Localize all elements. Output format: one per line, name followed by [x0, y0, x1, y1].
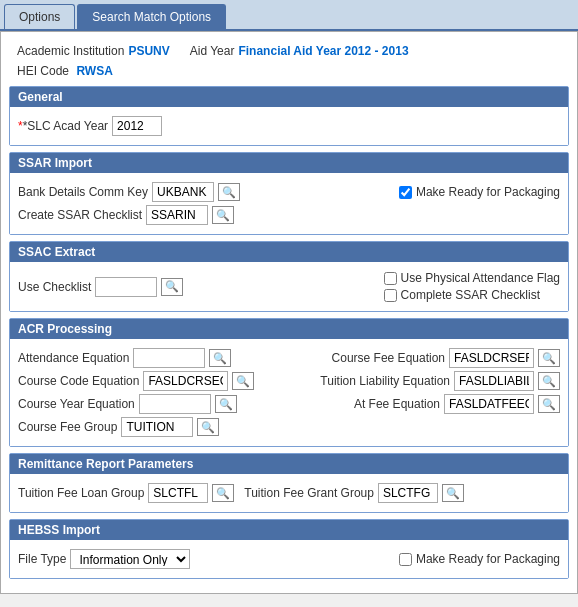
tuition-fee-loan-input[interactable] — [148, 483, 208, 503]
course-fee-group-group: Course Fee Group 🔍 — [18, 417, 219, 437]
course-fee-group-search-btn[interactable]: 🔍 — [197, 418, 219, 436]
acr-processing-section: ACR Processing Attendance Equation 🔍 Cou… — [9, 318, 569, 447]
bank-details-search-btn[interactable]: 🔍 — [218, 183, 240, 201]
search-icon: 🔍 — [236, 375, 250, 387]
at-fee-eq-search-btn[interactable]: 🔍 — [538, 395, 560, 413]
use-physical-checkbox[interactable] — [384, 272, 397, 285]
acr-row1: Attendance Equation 🔍 Course Fee Equatio… — [18, 348, 560, 368]
bank-details-input[interactable] — [152, 182, 214, 202]
create-ssar-label: Create SSAR Checklist — [18, 208, 142, 222]
make-ready-group: Make Ready for Packaging — [399, 185, 560, 199]
hei-code-label: HEI Code — [17, 64, 69, 78]
course-fee-group-input[interactable] — [121, 417, 193, 437]
tuition-fee-loan-group: Tuition Fee Loan Group 🔍 — [18, 483, 234, 503]
use-physical-group: Use Physical Attendance Flag — [384, 271, 560, 285]
aid-year-field: Aid Year Financial Aid Year 2012 - 2013 — [190, 44, 409, 58]
bank-details-group: Bank Details Comm Key 🔍 — [18, 182, 240, 202]
course-year-eq-input[interactable] — [139, 394, 211, 414]
academic-institution-field: Academic Institution PSUNV — [17, 44, 170, 58]
ssac-extract-header: SSAC Extract — [10, 242, 568, 262]
attendance-eq-search-btn[interactable]: 🔍 — [209, 349, 231, 367]
use-physical-label: Use Physical Attendance Flag — [401, 271, 560, 285]
tuition-liability-search-btn[interactable]: 🔍 — [538, 372, 560, 390]
course-year-eq-search-btn[interactable]: 🔍 — [215, 395, 237, 413]
hei-code-value: RWSA — [76, 64, 112, 78]
ssar-row2: Create SSAR Checklist 🔍 — [18, 205, 560, 225]
slc-acad-year-group: **SLC Acad Year — [18, 116, 162, 136]
slc-acad-year-row: **SLC Acad Year — [18, 116, 560, 136]
hebss-section: HEBSS Import File Type Information Only … — [9, 519, 569, 579]
tuition-fee-loan-search-btn[interactable]: 🔍 — [212, 484, 234, 502]
course-fee-group-label: Course Fee Group — [18, 420, 117, 434]
tuition-liability-input[interactable] — [454, 371, 534, 391]
create-ssar-search-btn[interactable]: 🔍 — [212, 206, 234, 224]
hebss-header: HEBSS Import — [10, 520, 568, 540]
acr-processing-body: Attendance Equation 🔍 Course Fee Equatio… — [10, 339, 568, 446]
search-icon: 🔍 — [165, 280, 179, 292]
hebss-make-ready-group: Make Ready for Packaging — [399, 552, 560, 566]
course-code-eq-label: Course Code Equation — [18, 374, 139, 388]
tuition-fee-loan-label: Tuition Fee Loan Group — [18, 486, 144, 500]
hebss-make-ready-label: Make Ready for Packaging — [416, 552, 560, 566]
course-fee-eq-input[interactable] — [449, 348, 534, 368]
complete-ssar-label: Complete SSAR Checklist — [401, 288, 540, 302]
remittance-row1: Tuition Fee Loan Group 🔍 Tuition Fee Gra… — [18, 483, 560, 503]
file-type-select[interactable]: Information Only Full — [70, 549, 190, 569]
course-year-eq-group: Course Year Equation 🔍 — [18, 394, 237, 414]
hei-row: HEI Code RWSA — [9, 62, 569, 80]
tab-options[interactable]: Options — [4, 4, 75, 29]
main-content: Academic Institution PSUNV Aid Year Fina… — [0, 31, 578, 594]
tuition-fee-grant-label: Tuition Fee Grant Group — [244, 486, 374, 500]
create-ssar-group: Create SSAR Checklist 🔍 — [18, 205, 234, 225]
bank-details-label: Bank Details Comm Key — [18, 185, 148, 199]
general-section-body: **SLC Acad Year — [10, 107, 568, 145]
make-ready-label: Make Ready for Packaging — [416, 185, 560, 199]
at-fee-eq-input[interactable] — [444, 394, 534, 414]
complete-ssar-checkbox[interactable] — [384, 289, 397, 302]
course-fee-eq-label: Course Fee Equation — [332, 351, 445, 365]
academic-institution-label: Academic Institution — [17, 44, 124, 58]
attendance-eq-group: Attendance Equation 🔍 — [18, 348, 231, 368]
tab-bar: Options Search Match Options — [0, 0, 578, 31]
attendance-eq-label: Attendance Equation — [18, 351, 129, 365]
tuition-fee-grant-input[interactable] — [378, 483, 438, 503]
at-fee-eq-label: At Fee Equation — [354, 397, 440, 411]
file-type-group: File Type Information Only Full — [18, 549, 190, 569]
tuition-liability-label: Tuition Liability Equation — [320, 374, 450, 388]
header-info: Academic Institution PSUNV Aid Year Fina… — [9, 40, 569, 62]
search-icon: 🔍 — [542, 352, 556, 364]
use-checklist-label: Use Checklist — [18, 280, 91, 294]
course-year-eq-label: Course Year Equation — [18, 397, 135, 411]
search-icon: 🔍 — [216, 487, 230, 499]
search-icon: 🔍 — [216, 209, 230, 221]
ssac-row1: Use Checklist 🔍 Use Physical Attendance … — [18, 271, 560, 302]
tab-search-match[interactable]: Search Match Options — [77, 4, 226, 29]
acr-processing-header: ACR Processing — [10, 319, 568, 339]
hebss-row1: File Type Information Only Full Make Rea… — [18, 549, 560, 569]
acr-row2: Course Code Equation 🔍 Tuition Liability… — [18, 371, 560, 391]
academic-institution-value: PSUNV — [128, 44, 169, 58]
course-code-eq-search-btn[interactable]: 🔍 — [232, 372, 254, 390]
search-icon: 🔍 — [201, 421, 215, 433]
course-code-eq-group: Course Code Equation 🔍 — [18, 371, 254, 391]
search-icon: 🔍 — [446, 487, 460, 499]
ssar-row1: Bank Details Comm Key 🔍 Make Ready for P… — [18, 182, 560, 202]
create-ssar-input[interactable] — [146, 205, 208, 225]
search-icon: 🔍 — [222, 186, 236, 198]
tuition-fee-grant-search-btn[interactable]: 🔍 — [442, 484, 464, 502]
use-checklist-search-btn[interactable]: 🔍 — [161, 278, 183, 296]
remittance-body: Tuition Fee Loan Group 🔍 Tuition Fee Gra… — [10, 474, 568, 512]
course-code-eq-input[interactable] — [143, 371, 228, 391]
hebss-make-ready-checkbox[interactable] — [399, 553, 412, 566]
aid-year-label: Aid Year — [190, 44, 235, 58]
slc-acad-year-input[interactable] — [112, 116, 162, 136]
course-fee-eq-search-btn[interactable]: 🔍 — [538, 349, 560, 367]
remittance-section: Remittance Report Parameters Tuition Fee… — [9, 453, 569, 513]
search-icon: 🔍 — [213, 352, 227, 364]
ssac-extract-section: SSAC Extract Use Checklist 🔍 Use Physica… — [9, 241, 569, 312]
ssar-import-header: SSAR Import — [10, 153, 568, 173]
make-ready-checkbox[interactable] — [399, 186, 412, 199]
hebss-body: File Type Information Only Full Make Rea… — [10, 540, 568, 578]
attendance-eq-input[interactable] — [133, 348, 205, 368]
use-checklist-input[interactable] — [95, 277, 157, 297]
